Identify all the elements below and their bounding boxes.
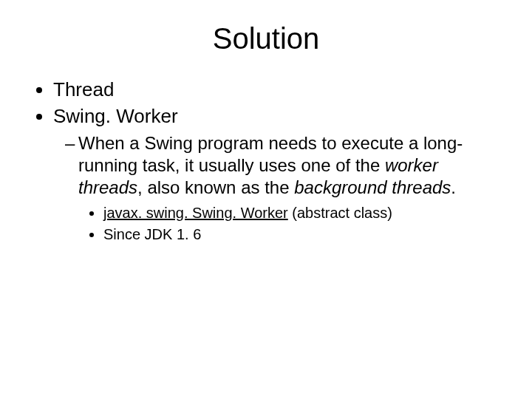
desc-post: .	[451, 177, 456, 197]
slide: Solution Thread Swing. Worker When a Swi…	[0, 0, 532, 399]
bullet-swingworker-label: Swing. Worker	[53, 105, 178, 127]
javax-link: javax. swing. Swing. Worker	[103, 205, 288, 221]
bullet-thread: Thread	[53, 78, 502, 103]
slide-title: Solution	[30, 22, 502, 55]
sub-sub-javax: javax. swing. Swing. Worker (abstract cl…	[103, 203, 502, 223]
bullet-swingworker: Swing. Worker When a Swing program needs…	[53, 104, 502, 245]
sub-sub-jdk: Since JDK 1. 6	[103, 225, 502, 245]
sub-list: When a Swing program needs to execute a …	[53, 132, 502, 245]
javax-rest: (abstract class)	[288, 205, 392, 221]
sub-sub-list: javax. swing. Swing. Worker (abstract cl…	[78, 203, 502, 245]
desc-background-threads: background threads	[294, 177, 451, 197]
sub-bullet-description: When a Swing program needs to execute a …	[65, 132, 502, 245]
desc-mid: , also known as the	[137, 177, 294, 197]
bullet-list: Thread Swing. Worker When a Swing progra…	[30, 78, 502, 245]
